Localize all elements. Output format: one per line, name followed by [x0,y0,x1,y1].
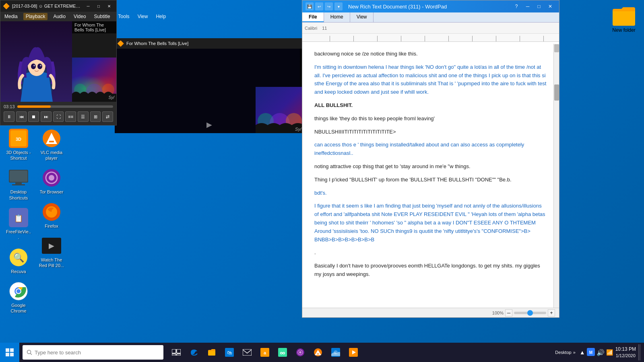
malwarebytes-tray-icon[interactable]: M [587,348,595,357]
desktop-show-button[interactable]: Desktop » [553,348,577,356]
vlc-close-button[interactable]: ✕ [104,2,114,10]
wordpad-zoom-out-button[interactable]: ─ [505,309,512,317]
wordpad-save-icon[interactable]: 💾 [305,2,314,10]
taskview-button[interactable] [168,344,184,360]
vlc-title: [2017-03-08] ☺ GET EXTREME BUTT ENLARGEM… [12,4,81,8]
wordpad-tab-file[interactable]: File [302,12,324,22]
wordpad-titlebar-icons: 💾 ↩ ↪ ▾ [305,2,343,10]
vlc-minimize-button[interactable]: ─ [83,2,93,10]
wordpad-minimize-button[interactable]: ─ [522,1,533,12]
svg-text:🔍: 🔍 [13,252,25,263]
vlc-progress-bar[interactable] [17,105,113,108]
wordpad-maximize-button[interactable]: □ [533,1,545,12]
svg-text:3D: 3D [16,137,21,142]
vlc-menu-playback[interactable]: Playback [23,13,48,20]
vlc-menu-subtitle[interactable]: Subtitle [92,13,113,20]
start-button[interactable] [0,343,19,362]
wordpad-tab-home[interactable]: Home [324,12,350,22]
wordpad-close-button[interactable]: ✕ [545,1,556,12]
desktop-icon-recuva[interactable]: 🔍 Recuva [4,246,33,276]
vlc-view-button[interactable]: ⊞ [90,111,101,122]
vlc-menu-tools[interactable]: Tools [116,13,132,20]
wordpad-zoom-in-button[interactable]: + [548,309,555,317]
mail-button[interactable] [239,344,255,360]
wordpad-scroll-thumb[interactable] [554,84,559,101]
network-tray-icon[interactable]: 📶 [606,349,613,356]
desktop-shortcuts-label: Desktop Shortcuts [6,189,31,201]
vlc-playlist-button[interactable]: ☰ [78,111,89,122]
vlc-menu-view[interactable]: View [135,13,151,20]
wordpad-tab-view[interactable]: View [350,12,374,22]
3dobjects-label: 3D Objects - Shortcut [6,150,31,161]
desktop-icon-watchred[interactable]: ▶ Watch The Red Pill 20... [37,234,66,270]
wordpad-scrollbar[interactable] [553,44,559,308]
volume-tray-icon[interactable]: 🔊 [597,349,605,356]
wordpad-para-5: can access thos e ' things being install… [314,141,547,158]
svg-point-42 [33,65,35,66]
vlc-eq-button[interactable]: ≡≡ [65,111,76,122]
vlc-random-button[interactable]: ⇄ [102,111,113,122]
show-desktop-strip[interactable] [638,344,641,360]
wordpad-help-button[interactable]: ? [511,1,522,12]
taskbar-search-box[interactable] [23,345,163,360]
wordpad-title: New Rich Text Document (311) - WordPad [348,4,447,10]
wordpad-content[interactable]: backrowng noice se /ze notice thing like… [302,42,559,308]
vlc-label: VLC media player [39,150,64,161]
desktop-icon-firefox[interactable]: Firefox [37,201,66,230]
svg-rect-55 [6,353,9,356]
vlc-menu-audio[interactable]: Audio [51,13,68,20]
wordpad-ruler-marks [306,36,555,41]
vlc-fullscreen-button[interactable]: ⛶ [53,111,64,122]
vlc-menu-media[interactable]: Media [2,13,20,20]
media-taskbar-button[interactable] [345,344,361,360]
media-popup-track: For Whom The Bells Tolls [Live] [126,41,188,46]
svg-text:🛍: 🛍 [227,350,232,356]
tray-icon-1[interactable]: ▲ [580,349,585,356]
svg-point-41 [37,64,42,69]
system-clock[interactable]: 10:13 PM 1/12/2020 [615,346,636,359]
windows-store-button[interactable]: 🛍 [221,344,237,360]
svg-text:M: M [589,350,592,355]
vlc-stop-button[interactable]: ⏹ [28,111,39,122]
play-icon: ▶ [206,120,212,129]
vlc-window-controls: ─ □ ✕ [83,2,114,10]
desktop-icon-desktop[interactable]: Desktop Shortcuts [4,167,33,202]
wordpad-para-1: I'm sitting in downtown helena I hear th… [314,63,547,97]
wordpad-scroll-up[interactable] [554,44,559,52]
media-popup-content: Sy/ ▶ [115,49,304,133]
vlc-taskbar-button[interactable] [310,344,326,360]
vlc-maximize-button[interactable]: □ [94,2,103,10]
vlc-next-button[interactable]: ⏭ [41,111,52,122]
wordpad-zoom-slider[interactable] [514,312,546,314]
torbrowser-label: Tor Browser [40,189,64,195]
vlc-prev-button[interactable]: ⏮ [16,111,27,122]
amazon-button[interactable]: a [257,344,273,360]
recuva-icon: 🔍 [9,248,28,267]
svg-rect-12 [15,183,22,184]
file-explorer-button[interactable] [204,344,220,360]
taskbar-search-input[interactable] [35,350,159,356]
wordpad-undo-icon[interactable]: ↩ [315,2,323,10]
artist-signature: Sy/ [109,95,114,100]
vlc-controls-area: 03:13 ⏸ ⏮ ⏹ ⏭ ⛶ ≡≡ ☰ ⊞ ⇄ [0,102,116,125]
desktop-icon-torbrowser[interactable]: Tor Browser [37,167,66,196]
desktop-icon-3dobjects[interactable]: 3D 3D Objects - Shortcut [4,127,33,163]
vlc-menu-help[interactable]: Help [153,13,168,20]
desktop-icon-newfolder[interactable]: New folder [608,4,640,35]
svg-rect-59 [172,349,176,353]
photos-button[interactable] [328,344,344,360]
wordpad-menu-icon[interactable]: ▾ [334,2,343,10]
desktop-icon-freefileview[interactable]: 📋 FreeFileVie... [4,206,33,242]
desktop-icon-vlc[interactable]: VLC media player [37,127,66,163]
svg-rect-53 [6,348,9,352]
tor-icon [296,348,305,357]
vlc-play-pause-button[interactable]: ⏸ [4,111,14,122]
tor-taskbar-button[interactable] [292,344,308,360]
vlc-menubar: Media Playback Audio Video Subtitle Tool… [0,12,116,21]
svg-rect-11 [10,171,27,182]
vlc-menu-video[interactable]: Video [71,13,88,20]
tripadvisor-button[interactable] [275,344,291,360]
edge-browser-button[interactable] [186,344,202,360]
wordpad-redo-icon[interactable]: ↪ [325,2,333,10]
desktop-icon-chrome[interactable]: Google Chrome [4,280,33,316]
